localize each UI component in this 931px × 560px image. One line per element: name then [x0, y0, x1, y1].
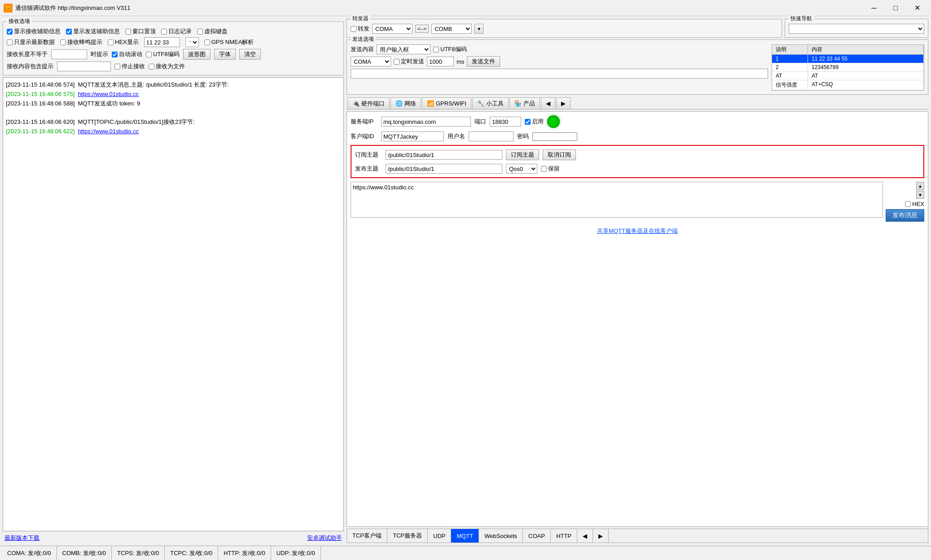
subscribe-topic-input[interactable]	[386, 150, 502, 160]
tab-product[interactable]: 🏪 产品	[509, 97, 540, 109]
window-controls: ─ □ ✕	[864, 0, 927, 16]
scroll-up-btn[interactable]: ▲	[916, 182, 924, 190]
subscribe-row: 订阅主题 订阅主题 取消订阅	[355, 149, 920, 160]
cb-hex-publish[interactable]: HEX	[905, 201, 924, 207]
client-id-input[interactable]	[381, 131, 444, 141]
tab-tools[interactable]: 🔧 小工具	[472, 97, 509, 109]
log-line-5: [2023-11-15 16:48:06 622] https://www.01…	[6, 127, 341, 136]
send-left: 发送内容 用户输入框 文件 UTF8编码 COMA COMB	[351, 44, 768, 91]
cb-show-send[interactable]: 显示发送辅助信息	[66, 27, 120, 35]
port-input[interactable]	[490, 117, 521, 127]
username-input[interactable]	[469, 131, 514, 141]
forward-com-a[interactable]: COMA COMB	[372, 24, 413, 34]
cb-hex-display[interactable]: HEX显示	[108, 38, 139, 46]
cb-gps[interactable]: GPS NMEA解析	[204, 38, 254, 46]
cb-timed-send[interactable]: 定时发送	[394, 57, 424, 66]
mqtt-content-area: 服务端IP 端口 启用 客户端ID 用户名 密码	[347, 111, 928, 527]
send-row3	[351, 69, 768, 79]
tab-http[interactable]: HTTP	[551, 529, 577, 542]
publish-textarea[interactable]	[353, 192, 881, 215]
tab-gprs[interactable]: 📶 GPRS/WIFI	[422, 97, 471, 109]
tab-bottom-prev[interactable]: ◀	[577, 529, 593, 542]
qos-select[interactable]: Qos0 Qos1 Qos2	[506, 164, 537, 174]
waveform-btn[interactable]: 波形图	[183, 49, 211, 60]
close-button[interactable]: ✕	[907, 0, 927, 16]
cb-log[interactable]: 日志记录	[161, 27, 192, 35]
font-btn[interactable]: 字体	[214, 49, 236, 60]
scroll-down-btn[interactable]: ▼	[916, 191, 924, 199]
port-label: 端口	[474, 118, 486, 126]
cb-utf8[interactable]: UTF8编码	[146, 50, 180, 58]
send-table: 说明 内容 1 11 22 33 44 55 2 123456789 AT AT	[772, 44, 924, 91]
hex-value-input[interactable]	[144, 37, 180, 47]
hex-select[interactable]: ▼	[185, 37, 199, 47]
status-coma: COMA: 发/收:0/0	[2, 546, 57, 560]
status-udp: UDP: 发/收:0/0	[271, 546, 321, 560]
timed-interval-input[interactable]	[427, 57, 454, 66]
log-line-2: [2023-11-15 16:48:06 575] https://www.01…	[6, 90, 341, 99]
bottom-tabs-bar: TCP客户端 TCP服务器 UDP MQTT WebSockets COAP H…	[347, 529, 928, 543]
cb-recv-file[interactable]: 接收为文件	[149, 62, 185, 70]
tab-udp[interactable]: UDP	[428, 529, 451, 542]
cb-retain[interactable]: 保留	[541, 165, 560, 173]
tab-prev[interactable]: ◀	[541, 97, 555, 109]
status-bar: COMA: 发/收:0/0 COMB: 发/收:0/0 TCPS: 发/收:0/…	[0, 546, 931, 560]
cb-stop-recv[interactable]: 停止接收	[114, 62, 145, 70]
cb-send-utf8[interactable]: UTF8编码	[433, 45, 467, 53]
password-input[interactable]	[532, 132, 577, 141]
tab-tcp-server[interactable]: TCP服务器	[387, 529, 428, 542]
cb-topmost[interactable]: 窗口置顶	[125, 27, 156, 35]
android-helper-link[interactable]: 安卓调试助手	[307, 534, 342, 542]
publish-topic-input[interactable]	[386, 164, 502, 174]
status-tcps: TCPS: 发/收:0/0	[112, 546, 165, 560]
forward-com-b[interactable]: COMB COMA	[431, 24, 472, 34]
send-table-header: 说明 内容	[772, 45, 924, 55]
tab-bottom-next[interactable]: ▶	[593, 529, 609, 542]
forward-dropdown-btn[interactable]: ▼	[474, 24, 483, 34]
tab-network[interactable]: 🌐 网络	[391, 97, 421, 109]
latest-version-link[interactable]: 最新版本下载	[4, 534, 40, 542]
server-ip-input[interactable]	[381, 117, 471, 127]
send-table-row-signal[interactable]: 信号强度 AT+CSQ	[772, 80, 924, 90]
client-id-label: 客户端ID	[351, 132, 378, 140]
tab-coap[interactable]: COAP	[523, 529, 551, 542]
minimize-button[interactable]: ─	[864, 0, 884, 16]
tab-tcp-client[interactable]: TCP客户端	[347, 529, 387, 542]
shared-mqtt-link[interactable]: 共享MQTT服务器及在线客户端	[351, 225, 924, 237]
cb-auto-scroll[interactable]: 自动滚动	[112, 50, 142, 58]
status-comb: COMB: 发/收:0/0	[57, 546, 112, 560]
publish-controls: ▲ ▼ HEX 发布消息	[886, 182, 924, 222]
log-link-1[interactable]: https://www.01studio.cc	[78, 91, 139, 97]
maximize-button[interactable]: □	[885, 0, 906, 16]
send-content-input[interactable]	[351, 69, 768, 79]
log-link-2[interactable]: https://www.01studio.cc	[78, 128, 139, 135]
send-port-select[interactable]: COMA COMB	[351, 57, 391, 66]
tab-mqtt[interactable]: MQTT	[451, 529, 479, 542]
col-content: 内容	[808, 45, 924, 54]
send-table-row-at[interactable]: AT AT	[772, 72, 924, 80]
send-file-btn[interactable]: 发送文件	[467, 56, 500, 67]
quick-nav-select[interactable]	[789, 24, 924, 34]
publish-content-text: https://www.01studio.cc	[353, 184, 881, 191]
send-table-row-2[interactable]: 2 123456789	[772, 63, 924, 72]
recv-row2: 只显示最新数据 接收蜂鸣提示 HEX显示 ▼ GPS NMEA解析	[7, 37, 340, 47]
recv-length-input[interactable]	[51, 49, 87, 59]
tab-hardware[interactable]: 🔌 硬件端口	[347, 97, 390, 109]
cb-latest-only[interactable]: 只显示最新数据	[7, 38, 55, 46]
unsubscribe-btn[interactable]: 取消订阅	[543, 149, 576, 160]
send-content-select[interactable]: 用户输入框 文件	[377, 44, 430, 54]
cb-show-recv[interactable]: 显示接收辅助信息	[7, 27, 61, 35]
publish-btn[interactable]: 发布消息	[886, 209, 924, 222]
subscribe-btn[interactable]: 订阅主题	[506, 149, 539, 160]
left-panel: 接收选项 显示接收辅助信息 显示发送辅助信息 窗口置顶 日志记录 虚拟键盘	[3, 19, 344, 543]
send-table-row-1[interactable]: 1 11 22 33 44 55	[772, 55, 924, 63]
recv-content-input[interactable]	[57, 61, 111, 71]
clear-btn[interactable]: 清空	[239, 49, 261, 60]
cb-enable[interactable]: 启用	[525, 118, 544, 126]
tab-next[interactable]: ▶	[556, 97, 571, 109]
cb-beep[interactable]: 接收蜂鸣提示	[60, 38, 102, 46]
send-content-label: 发送内容	[351, 45, 374, 53]
cb-virtual-keyboard[interactable]: 虚拟键盘	[197, 27, 228, 35]
tab-websockets[interactable]: WebSockets	[479, 529, 523, 542]
cb-forward[interactable]: 转发	[351, 25, 369, 33]
